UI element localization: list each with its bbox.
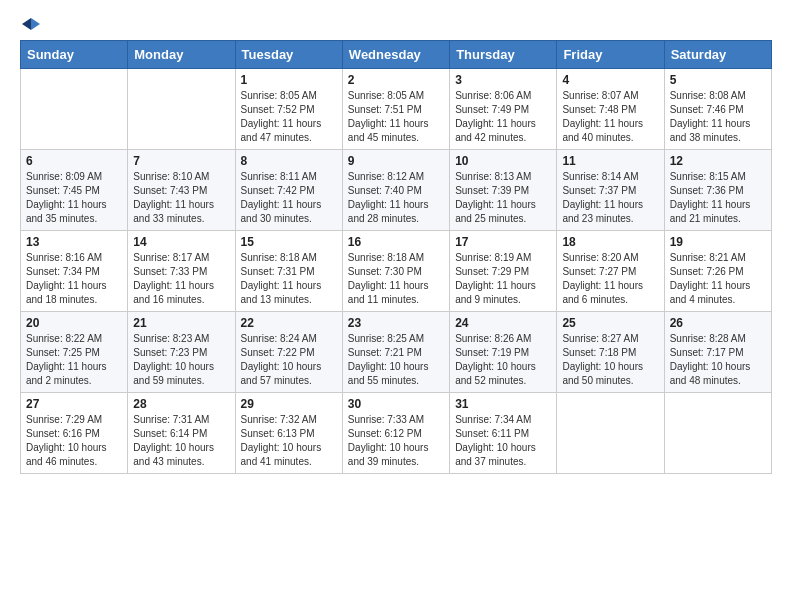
calendar-cell: 11Sunrise: 8:14 AM Sunset: 7:37 PM Dayli… [557,150,664,231]
day-number: 22 [241,316,337,330]
day-info: Sunrise: 7:34 AM Sunset: 6:11 PM Dayligh… [455,413,551,469]
calendar-cell [128,69,235,150]
calendar-cell: 12Sunrise: 8:15 AM Sunset: 7:36 PM Dayli… [664,150,771,231]
calendar-cell: 13Sunrise: 8:16 AM Sunset: 7:34 PM Dayli… [21,231,128,312]
calendar-cell: 27Sunrise: 7:29 AM Sunset: 6:16 PM Dayli… [21,393,128,474]
calendar-cell: 7Sunrise: 8:10 AM Sunset: 7:43 PM Daylig… [128,150,235,231]
day-number: 19 [670,235,766,249]
day-number: 5 [670,73,766,87]
day-info: Sunrise: 8:20 AM Sunset: 7:27 PM Dayligh… [562,251,658,307]
day-info: Sunrise: 8:27 AM Sunset: 7:18 PM Dayligh… [562,332,658,388]
calendar-cell: 2Sunrise: 8:05 AM Sunset: 7:51 PM Daylig… [342,69,449,150]
day-info: Sunrise: 8:19 AM Sunset: 7:29 PM Dayligh… [455,251,551,307]
calendar-cell: 23Sunrise: 8:25 AM Sunset: 7:21 PM Dayli… [342,312,449,393]
day-number: 7 [133,154,229,168]
calendar-week-row: 6Sunrise: 8:09 AM Sunset: 7:45 PM Daylig… [21,150,772,231]
day-info: Sunrise: 8:07 AM Sunset: 7:48 PM Dayligh… [562,89,658,145]
day-info: Sunrise: 7:29 AM Sunset: 6:16 PM Dayligh… [26,413,122,469]
col-header-friday: Friday [557,41,664,69]
day-info: Sunrise: 8:08 AM Sunset: 7:46 PM Dayligh… [670,89,766,145]
day-info: Sunrise: 8:16 AM Sunset: 7:34 PM Dayligh… [26,251,122,307]
calendar-cell: 31Sunrise: 7:34 AM Sunset: 6:11 PM Dayli… [450,393,557,474]
day-number: 16 [348,235,444,249]
day-info: Sunrise: 8:18 AM Sunset: 7:30 PM Dayligh… [348,251,444,307]
day-number: 10 [455,154,551,168]
calendar-cell: 10Sunrise: 8:13 AM Sunset: 7:39 PM Dayli… [450,150,557,231]
day-number: 18 [562,235,658,249]
day-number: 14 [133,235,229,249]
day-number: 13 [26,235,122,249]
calendar-cell [557,393,664,474]
day-info: Sunrise: 8:15 AM Sunset: 7:36 PM Dayligh… [670,170,766,226]
calendar-cell: 26Sunrise: 8:28 AM Sunset: 7:17 PM Dayli… [664,312,771,393]
col-header-sunday: Sunday [21,41,128,69]
day-info: Sunrise: 8:25 AM Sunset: 7:21 PM Dayligh… [348,332,444,388]
calendar-cell: 20Sunrise: 8:22 AM Sunset: 7:25 PM Dayli… [21,312,128,393]
calendar-cell: 30Sunrise: 7:33 AM Sunset: 6:12 PM Dayli… [342,393,449,474]
day-info: Sunrise: 8:14 AM Sunset: 7:37 PM Dayligh… [562,170,658,226]
calendar-cell: 24Sunrise: 8:26 AM Sunset: 7:19 PM Dayli… [450,312,557,393]
calendar-week-row: 13Sunrise: 8:16 AM Sunset: 7:34 PM Dayli… [21,231,772,312]
day-info: Sunrise: 8:24 AM Sunset: 7:22 PM Dayligh… [241,332,337,388]
day-number: 12 [670,154,766,168]
day-info: Sunrise: 8:21 AM Sunset: 7:26 PM Dayligh… [670,251,766,307]
day-info: Sunrise: 7:31 AM Sunset: 6:14 PM Dayligh… [133,413,229,469]
calendar-cell: 9Sunrise: 8:12 AM Sunset: 7:40 PM Daylig… [342,150,449,231]
day-info: Sunrise: 7:32 AM Sunset: 6:13 PM Dayligh… [241,413,337,469]
day-number: 15 [241,235,337,249]
day-number: 23 [348,316,444,330]
day-info: Sunrise: 8:17 AM Sunset: 7:33 PM Dayligh… [133,251,229,307]
calendar-cell [21,69,128,150]
logo [20,16,40,30]
col-header-monday: Monday [128,41,235,69]
calendar-cell: 14Sunrise: 8:17 AM Sunset: 7:33 PM Dayli… [128,231,235,312]
calendar-cell: 3Sunrise: 8:06 AM Sunset: 7:49 PM Daylig… [450,69,557,150]
calendar-cell: 16Sunrise: 8:18 AM Sunset: 7:30 PM Dayli… [342,231,449,312]
day-info: Sunrise: 7:33 AM Sunset: 6:12 PM Dayligh… [348,413,444,469]
day-info: Sunrise: 8:12 AM Sunset: 7:40 PM Dayligh… [348,170,444,226]
calendar-cell [664,393,771,474]
calendar-cell: 17Sunrise: 8:19 AM Sunset: 7:29 PM Dayli… [450,231,557,312]
calendar-table: SundayMondayTuesdayWednesdayThursdayFrid… [20,40,772,474]
calendar-cell: 19Sunrise: 8:21 AM Sunset: 7:26 PM Dayli… [664,231,771,312]
col-header-saturday: Saturday [664,41,771,69]
day-info: Sunrise: 8:06 AM Sunset: 7:49 PM Dayligh… [455,89,551,145]
day-info: Sunrise: 8:05 AM Sunset: 7:52 PM Dayligh… [241,89,337,145]
day-number: 4 [562,73,658,87]
day-info: Sunrise: 8:28 AM Sunset: 7:17 PM Dayligh… [670,332,766,388]
calendar-week-row: 20Sunrise: 8:22 AM Sunset: 7:25 PM Dayli… [21,312,772,393]
day-info: Sunrise: 8:11 AM Sunset: 7:42 PM Dayligh… [241,170,337,226]
calendar-cell: 29Sunrise: 7:32 AM Sunset: 6:13 PM Dayli… [235,393,342,474]
day-info: Sunrise: 8:18 AM Sunset: 7:31 PM Dayligh… [241,251,337,307]
day-info: Sunrise: 8:22 AM Sunset: 7:25 PM Dayligh… [26,332,122,388]
day-number: 11 [562,154,658,168]
day-info: Sunrise: 8:05 AM Sunset: 7:51 PM Dayligh… [348,89,444,145]
day-number: 27 [26,397,122,411]
calendar-cell: 25Sunrise: 8:27 AM Sunset: 7:18 PM Dayli… [557,312,664,393]
header [20,16,772,30]
calendar-week-row: 27Sunrise: 7:29 AM Sunset: 6:16 PM Dayli… [21,393,772,474]
calendar-cell: 21Sunrise: 8:23 AM Sunset: 7:23 PM Dayli… [128,312,235,393]
day-info: Sunrise: 8:26 AM Sunset: 7:19 PM Dayligh… [455,332,551,388]
calendar-header-row: SundayMondayTuesdayWednesdayThursdayFrid… [21,41,772,69]
day-number: 20 [26,316,122,330]
page: SundayMondayTuesdayWednesdayThursdayFrid… [0,0,792,484]
calendar-cell: 18Sunrise: 8:20 AM Sunset: 7:27 PM Dayli… [557,231,664,312]
calendar-cell: 6Sunrise: 8:09 AM Sunset: 7:45 PM Daylig… [21,150,128,231]
day-number: 26 [670,316,766,330]
day-number: 24 [455,316,551,330]
svg-marker-0 [31,18,40,30]
day-info: Sunrise: 8:13 AM Sunset: 7:39 PM Dayligh… [455,170,551,226]
calendar-cell: 5Sunrise: 8:08 AM Sunset: 7:46 PM Daylig… [664,69,771,150]
day-number: 30 [348,397,444,411]
calendar-cell: 15Sunrise: 8:18 AM Sunset: 7:31 PM Dayli… [235,231,342,312]
day-number: 9 [348,154,444,168]
calendar-cell: 28Sunrise: 7:31 AM Sunset: 6:14 PM Dayli… [128,393,235,474]
day-number: 28 [133,397,229,411]
day-info: Sunrise: 8:10 AM Sunset: 7:43 PM Dayligh… [133,170,229,226]
day-number: 17 [455,235,551,249]
svg-marker-1 [22,18,31,30]
calendar-cell: 4Sunrise: 8:07 AM Sunset: 7:48 PM Daylig… [557,69,664,150]
day-number: 21 [133,316,229,330]
calendar-week-row: 1Sunrise: 8:05 AM Sunset: 7:52 PM Daylig… [21,69,772,150]
